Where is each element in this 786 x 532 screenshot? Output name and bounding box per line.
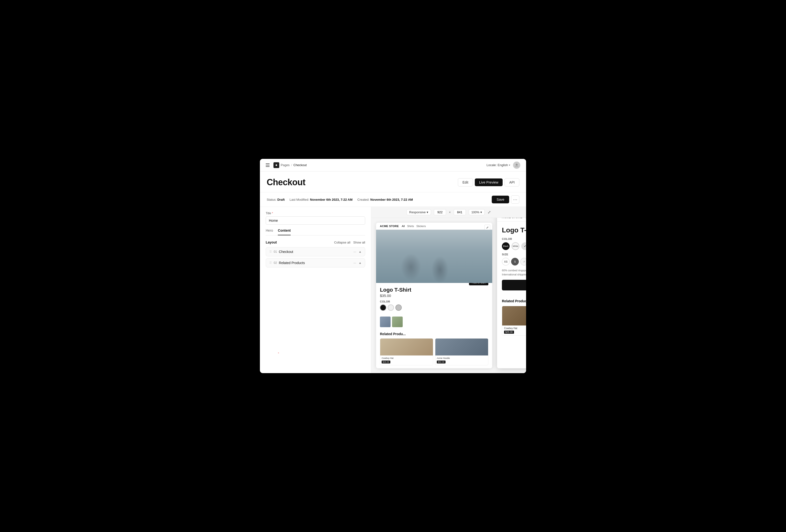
item-actions-1: ··· ▲ [353, 250, 362, 254]
product-price-back: $35.00 [380, 294, 488, 298]
store-link-all-back[interactable]: All [402, 225, 404, 227]
size-xs[interactable]: XS [502, 258, 510, 266]
related-products-back: Related Produ... Cowboy Hat $29.00 [376, 329, 492, 368]
preview-frames: ⤢ ACME STORE All Shirts Stickers Add to … [371, 218, 526, 373]
more-options-button[interactable]: ⋯ [511, 195, 519, 203]
modified-item: Last Modified: November 6th 2023, 7:22 A… [290, 198, 352, 201]
store-name-front: ACME STORE [502, 218, 523, 219]
nav-right: Locale: English ▾ [486, 162, 520, 169]
live-preview-button[interactable]: Live Preview [475, 178, 503, 186]
layout-item-checkout[interactable]: ⠿ 01 Checkout ··· ▲ [266, 247, 365, 256]
layout-header: Layout Collapse all Show all [266, 240, 365, 244]
expand-preview-button[interactable]: ⤢ [488, 210, 491, 215]
related-card-2-back: Acme Hoodie $50.00 [435, 338, 488, 365]
size-s[interactable]: S [511, 258, 519, 266]
front-related-price-1: $29.00 [504, 331, 514, 334]
store-link-shirts-back[interactable]: Shirts [407, 225, 414, 227]
responsive-selector[interactable]: Responsive ▾ [407, 209, 431, 215]
front-size-label: SIZE [502, 253, 526, 256]
height-input[interactable] [454, 209, 466, 215]
top-navigation: Pages / Checkout Locale: English ▾ [260, 159, 526, 171]
status-bar: Status: Draft Last Modified: November 6t… [260, 193, 526, 207]
related-card-info-2: Acme Hoodie $50.00 [435, 356, 488, 365]
ab-required-marker: * [278, 352, 279, 355]
variant-chevron-icon[interactable]: ▾ [329, 361, 330, 364]
variant-close-button[interactable]: × [325, 361, 327, 365]
status-actions: Save ⋯ [492, 195, 519, 203]
width-input[interactable] [434, 209, 446, 215]
front-size-options: XS S ✗ L XL XXL XXXL [502, 258, 526, 266]
related-card-price-1: $29.00 [382, 361, 390, 363]
color-swatch-check-back[interactable] [395, 305, 402, 311]
front-related-name-1: Cowboy Hat [504, 327, 526, 330]
store-nav-back: ACME STORE All Shirts Stickers [376, 223, 492, 230]
user-avatar[interactable] [513, 162, 520, 169]
editor-tabs: Hero Content [266, 228, 365, 236]
hamburger-menu[interactable] [266, 163, 271, 168]
ab-title: AB Testing [266, 343, 346, 350]
status-item: Status: Draft [267, 198, 284, 201]
related-card-1-back: Cowboy Hat $29.00 [380, 338, 433, 365]
front-swatch-check[interactable]: ✓ [521, 242, 526, 250]
thumbnail-2-back[interactable] [392, 317, 403, 327]
color-swatch-white-back[interactable] [388, 305, 394, 311]
layout-item-related[interactable]: ⠿ 02 Related Products ··· ▲ [266, 258, 365, 267]
item-actions-2: ··· ▲ [353, 261, 362, 265]
title-input[interactable] [266, 216, 365, 225]
api-button[interactable]: API [505, 178, 519, 187]
chevron-up-icon-1[interactable]: ▲ [359, 250, 362, 253]
front-related-section: Related Products Cowboy Hat $29.00 [497, 295, 526, 339]
front-link-all[interactable]: All [526, 218, 526, 219]
add-variant-button[interactable]: + [338, 360, 346, 368]
save-button[interactable]: Save [492, 196, 509, 203]
item-dots-icon-1[interactable]: ··· [353, 250, 356, 254]
front-product-info: Logo T-Shirt $35 COLOR Black White ✓ SIZ… [497, 221, 526, 295]
front-related-grid: Cowboy Hat $29.00 Acme Hoodie $50.00 [502, 306, 526, 336]
front-description: 60% combed ringspun cotton/40% polyester… [502, 268, 526, 276]
dimension-separator: × [449, 210, 451, 214]
collapse-all-btn[interactable]: Collapse all [334, 241, 350, 244]
related-card-name-1: Cowboy Hat [382, 357, 432, 359]
app-logo [274, 162, 279, 168]
zoom-label: 100% [471, 210, 479, 214]
store-nav-links-back: All Shirts Stickers [402, 225, 426, 227]
thumbnail-strip-back [376, 315, 492, 329]
preview-frame-front: ⤢ ACME STORE All Shirts Stickers Logo T-… [497, 218, 526, 368]
breadcrumb-pages[interactable]: Pages [281, 163, 290, 167]
page-title: Checkout [267, 177, 305, 187]
edit-button[interactable]: Edit [458, 178, 473, 187]
item-dots-icon-2[interactable]: ··· [353, 261, 356, 265]
locale-chevron-icon: ▾ [509, 164, 510, 166]
chevron-up-icon-2[interactable]: ▲ [359, 261, 362, 265]
show-all-btn[interactable]: Show all [353, 241, 365, 244]
related-card-info-1: Cowboy Hat $29.00 [380, 356, 433, 365]
locale-label: Locale: [486, 163, 496, 167]
tab-hero[interactable]: Hero [266, 228, 273, 235]
locale-value: English [498, 163, 508, 167]
front-add-cart-button[interactable]: Add to Cart [502, 280, 526, 290]
size-m[interactable]: ✗ [520, 258, 526, 266]
store-link-stickers-back[interactable]: Stickers [416, 225, 426, 227]
responsive-label: Responsive [409, 210, 426, 214]
tab-content[interactable]: Content [278, 228, 291, 235]
front-product-area: Logo T-Shirt $35 COLOR Black White ✓ SIZ… [497, 221, 526, 295]
thumbnail-1-back[interactable] [380, 317, 391, 327]
variant-actions-1: ⤢ × ▾ [321, 361, 330, 365]
zoom-selector[interactable]: 100% ▾ [469, 209, 485, 215]
layout-actions: Collapse all Show all [334, 241, 365, 244]
locale-selector[interactable]: Locale: English ▾ [486, 163, 510, 167]
ab-variants-label: Variants * [266, 352, 346, 355]
color-swatch-black-back[interactable] [380, 305, 386, 311]
item-number-1: 01 [274, 250, 277, 253]
variant-label-1: Checkout on the left [269, 361, 321, 365]
svg-point-0 [516, 164, 517, 166]
product-title-back: Logo T-Shirt [380, 287, 488, 293]
front-color-label: COLOR [502, 238, 526, 240]
related-card-img-1 [380, 339, 433, 356]
product-hero-image-back [376, 230, 492, 283]
variant-link-icon[interactable]: ⤢ [321, 361, 323, 364]
front-swatch-black[interactable]: Black [502, 242, 510, 250]
front-swatch-white[interactable]: White [512, 242, 519, 250]
front-related-title: Related Products [502, 299, 526, 303]
status-value: Draft [277, 198, 284, 201]
